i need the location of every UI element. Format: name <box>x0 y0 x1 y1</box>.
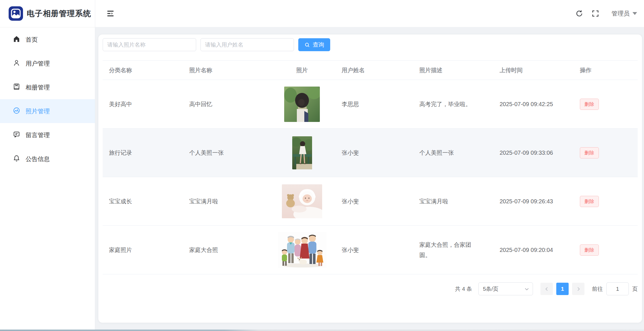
prev-page-button[interactable] <box>540 283 553 295</box>
photo-thumbnail[interactable] <box>282 184 322 218</box>
query-button-label: 查询 <box>313 41 324 49</box>
refresh-icon[interactable] <box>575 9 583 18</box>
bell-icon <box>13 154 20 164</box>
user-name-input[interactable] <box>200 38 294 51</box>
photo-icon <box>13 107 20 116</box>
page-unit-label: 页 <box>632 285 638 293</box>
sidebar-item-photos[interactable]: 照片管理 <box>0 99 95 123</box>
cell-upload-time: 2025-07-09 09:33:06 <box>493 148 574 158</box>
pagination: 共 4 条 5条/页 1 前往 页 <box>103 282 638 295</box>
sidebar-item-users[interactable]: 用户管理 <box>0 51 95 75</box>
photo-thumbnail[interactable] <box>284 87 320 122</box>
sidebar-item-home[interactable]: 首页 <box>0 28 95 51</box>
app-window: 电子相册管理系统 首页 用户管理 相册管理 <box>0 0 644 331</box>
cell-category: 美好高中 <box>103 99 183 109</box>
chevron-down-icon <box>524 286 530 292</box>
sidebar: 电子相册管理系统 首页 用户管理 相册管理 <box>0 0 95 331</box>
photo-table: 分类名称 照片名称 照片 用户姓名 照片描述 上传时间 操作 美好高中 高中回忆 <box>103 60 638 274</box>
sidebar-item-messages[interactable]: 留言管理 <box>0 123 95 147</box>
delete-button[interactable]: 删除 <box>580 99 599 110</box>
cell-photo-name: 家庭大合照 <box>183 245 269 255</box>
cell-photo <box>269 184 335 218</box>
cell-actions: 删除 <box>574 147 638 158</box>
chevron-right-icon <box>576 286 581 292</box>
next-page-button[interactable] <box>572 283 584 295</box>
content-card: 查询 分类名称 照片名称 照片 用户姓名 照片描述 上传时间 操作 美好高中 高… <box>98 35 642 323</box>
cell-photo-name: 宝宝满月啦 <box>183 196 269 206</box>
cell-photo <box>269 136 335 169</box>
sidebar-item-label: 相册管理 <box>26 83 50 91</box>
column-header-photo-name: 照片名称 <box>183 66 269 74</box>
user-dropdown[interactable]: 管理员 <box>611 9 637 18</box>
sidebar-item-label: 留言管理 <box>26 131 50 139</box>
topbar: 管理员 <box>95 0 644 27</box>
cell-photo <box>269 232 335 268</box>
sidebar-item-label: 照片管理 <box>26 107 50 115</box>
goto-label: 前往 <box>592 285 603 293</box>
photo-thumbnail[interactable] <box>292 136 312 169</box>
cell-user-name: 张小斐 <box>335 196 413 206</box>
delete-button[interactable]: 删除 <box>580 196 599 207</box>
table-row: 宝宝成长 宝宝满月啦 <box>103 177 638 226</box>
user-icon <box>13 59 20 68</box>
table-header: 分类名称 照片名称 照片 用户姓名 照片描述 上传时间 操作 <box>103 60 638 80</box>
column-header-actions: 操作 <box>574 66 638 74</box>
query-button[interactable]: 查询 <box>298 38 330 51</box>
delete-button[interactable]: 删除 <box>580 147 599 158</box>
cell-category: 家庭照片 <box>103 245 183 255</box>
sidebar-collapse-icon[interactable] <box>106 9 115 18</box>
page-size-value: 5条/页 <box>483 285 498 293</box>
delete-button[interactable]: 删除 <box>580 244 599 256</box>
column-header-photo: 照片 <box>269 66 335 74</box>
cell-upload-time: 2025-07-09 09:20:04 <box>493 245 574 255</box>
cell-photo-name: 高中回忆 <box>183 99 269 109</box>
cell-photo-name: 个人美照一张 <box>183 148 269 158</box>
cell-actions: 删除 <box>574 196 638 207</box>
page-size-select[interactable]: 5条/页 <box>478 282 533 295</box>
photo-name-input[interactable] <box>103 38 196 51</box>
window-bottom-edge <box>0 330 644 331</box>
album-icon <box>13 83 20 92</box>
cell-category: 旅行记录 <box>103 148 183 158</box>
cell-category: 宝宝成长 <box>103 196 183 206</box>
main-area: 管理员 查询 分类名称 照片名称 照片 <box>95 0 644 331</box>
sidebar-item-label: 公告信息 <box>26 155 50 163</box>
table-row: 美好高中 高中回忆 <box>103 80 638 129</box>
app-logo: 电子相册管理系统 <box>0 0 95 27</box>
app-title: 电子相册管理系统 <box>27 8 91 19</box>
cell-user-name: 张小斐 <box>335 245 413 255</box>
cell-photo <box>269 87 335 122</box>
column-header-upload-time: 上传时间 <box>493 66 574 74</box>
sidebar-item-label: 用户管理 <box>26 60 50 68</box>
username: 管理员 <box>611 9 630 18</box>
sidebar-item-label: 首页 <box>26 36 38 44</box>
column-header-category: 分类名称 <box>103 66 183 74</box>
page-number-1[interactable]: 1 <box>556 283 569 295</box>
photo-album-logo-icon <box>9 6 23 21</box>
pagination-total: 共 4 条 <box>455 285 472 293</box>
chevron-down-icon <box>632 12 637 15</box>
cell-user-name: 李思思 <box>335 99 413 109</box>
cell-description: 个人美照一张 <box>413 148 493 158</box>
cell-actions: 删除 <box>574 244 638 256</box>
goto-page-input[interactable] <box>606 282 629 295</box>
chevron-left-icon <box>544 286 549 292</box>
search-bar: 查询 <box>103 35 638 51</box>
photo-thumbnail[interactable] <box>278 232 326 268</box>
table-row: 家庭照片 家庭大合照 <box>103 226 638 274</box>
cell-upload-time: 2025-07-09 09:26:43 <box>493 196 574 206</box>
fullscreen-icon[interactable] <box>591 9 599 18</box>
topbar-actions: 管理员 <box>575 9 637 18</box>
sidebar-item-albums[interactable]: 相册管理 <box>0 75 95 99</box>
cell-actions: 删除 <box>574 99 638 110</box>
sidebar-menu: 首页 用户管理 相册管理 照片管理 <box>0 27 95 171</box>
sidebar-item-announcements[interactable]: 公告信息 <box>0 147 95 171</box>
column-header-description: 照片描述 <box>413 66 493 74</box>
message-icon <box>13 131 20 140</box>
column-header-user-name: 用户姓名 <box>335 66 413 74</box>
table-row: 旅行记录 个人美照一张 <box>103 129 638 177</box>
cell-description: 高考完了，毕业啦。 <box>413 99 493 109</box>
cell-description: 家庭大合照，合家团圆。 <box>413 240 493 260</box>
home-icon <box>13 35 20 44</box>
cell-user-name: 张小斐 <box>335 148 413 158</box>
